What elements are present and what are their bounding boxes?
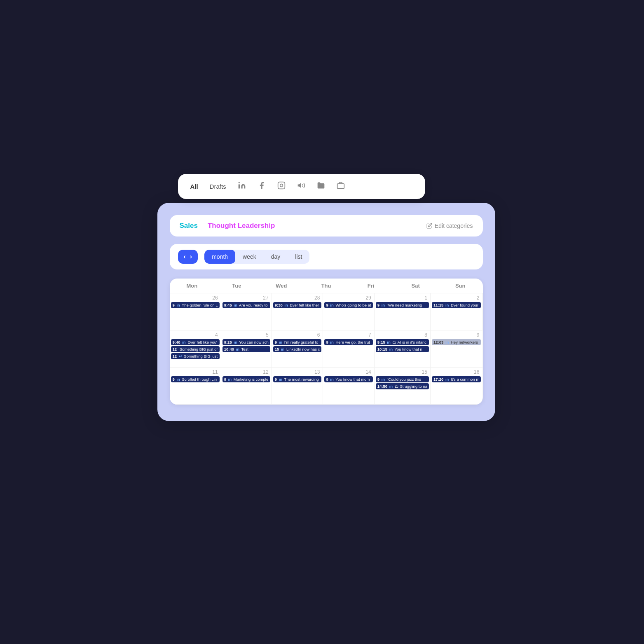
day-number: 26 (171, 295, 220, 301)
cal-day: 89:15 in 🗂 AI is in it's infanc10:15 in … (375, 330, 431, 368)
cal-day: 1617:20 in It's a common m (431, 368, 482, 405)
event-pill[interactable]: 9 in "Could you jazz this (376, 376, 429, 382)
day-number: 27 (222, 295, 270, 301)
filter-all[interactable]: All (190, 183, 198, 190)
view-toggle: month week day list (204, 250, 309, 264)
event-pill[interactable]: 9:30 in Ever felt like ther (273, 302, 322, 308)
event-pill[interactable]: 11:15 in Ever found your (432, 302, 481, 308)
nav-arrows: ‹ › (178, 250, 198, 264)
event-pill[interactable]: 10:40 in Test (222, 346, 270, 352)
category-thought[interactable]: Thought Leadership (208, 222, 275, 230)
day-number: 12 (222, 369, 270, 375)
cal-day: 149 in You know that mom (323, 368, 374, 405)
event-pill[interactable]: 9 in Here we go, the trut (324, 339, 372, 345)
cal-day: 49:40 in Ever felt like you'12 Something… (170, 330, 221, 368)
folder-icon[interactable] (317, 181, 325, 192)
calendar-card: MonTueWedThuFriSatSun 269 in The golden … (170, 279, 483, 405)
cal-day: 69 in I'm really grateful to15 in Linked… (272, 330, 323, 368)
cal-header-sun: Sun (438, 279, 483, 293)
cal-day: 211:15 in Ever found your (431, 293, 482, 330)
event-pill[interactable]: 9:40 in Ever felt like you' (171, 339, 220, 345)
calendar-grid: 269 in The golden rule on L279:45 in Are… (170, 293, 483, 405)
day-number: 2 (432, 295, 481, 301)
event-pill[interactable]: 9 in The golden rule on L (171, 302, 220, 308)
calendar-header: MonTueWedThuFriSatSun (170, 279, 483, 293)
event-pill[interactable]: 9:25 in You can now sch (222, 339, 270, 345)
cal-header-tue: Tue (214, 279, 259, 293)
cal-header-fri: Fri (349, 279, 393, 293)
categories-bar: Sales Thought Leadership Edit categories (170, 215, 483, 237)
day-number: 4 (171, 332, 220, 338)
filter-drafts[interactable]: Drafts (210, 183, 226, 190)
view-month[interactable]: month (204, 250, 235, 264)
edit-categories-label: Edit categories (435, 222, 473, 229)
event-pill[interactable]: 15 in LinkedIn now has c (273, 346, 322, 352)
event-pill[interactable]: 17:20 in It's a common m (432, 376, 481, 382)
day-number: 5 (222, 332, 270, 338)
day-number: 29 (324, 295, 372, 301)
category-sales[interactable]: Sales (180, 222, 198, 230)
cal-day: 79 in Here we go, the trut (323, 330, 374, 368)
day-number: 9 (432, 332, 481, 338)
event-pill[interactable]: 12 ↩ Something BIG just (171, 353, 220, 359)
event-pill[interactable]: 10:15 in You know that n (376, 346, 429, 352)
linkedin-icon[interactable] (238, 181, 246, 192)
next-arrow[interactable]: › (190, 253, 192, 260)
svg-rect-1 (278, 182, 285, 189)
day-number: 16 (432, 369, 481, 375)
cal-header-mon: Mon (170, 279, 215, 293)
event-pill[interactable]: 14:50 in 🗂 Struggling to na (376, 383, 429, 389)
day-number: 13 (273, 369, 322, 375)
day-number: 6 (273, 332, 322, 338)
cal-day: 912:03 in Hey networkers (431, 330, 482, 368)
day-number: 14 (324, 369, 372, 375)
prev-arrow[interactable]: ‹ (184, 253, 186, 260)
filter-bar: All Drafts (178, 174, 425, 199)
cal-day: 139 in The most rewarding (272, 368, 323, 405)
cal-header-sat: Sat (393, 279, 438, 293)
day-number: 1 (376, 295, 429, 301)
cal-day: 299 in Who's going to be at (323, 293, 374, 330)
instagram-icon[interactable] (277, 181, 286, 192)
event-pill[interactable]: 9:45 in Are you ready to (222, 302, 270, 308)
briefcase-icon[interactable] (337, 181, 345, 192)
event-pill[interactable]: 9 in I'm really grateful to (273, 339, 322, 345)
view-week[interactable]: week (235, 250, 264, 264)
view-list[interactable]: list (288, 250, 309, 264)
cal-day: 59:25 in You can now sch10:40 in Test (221, 330, 272, 368)
svg-point-0 (238, 182, 239, 183)
cal-day: 129 in Marketing is comple (221, 368, 272, 405)
view-controls-bar: ‹ › month week day list (170, 244, 483, 269)
cal-day: 279:45 in Are you ready to (221, 293, 272, 330)
day-number: 15 (376, 369, 429, 375)
event-pill[interactable]: 9 in The most rewarding (273, 376, 322, 382)
day-number: 28 (273, 295, 322, 301)
event-pill[interactable]: 9 in Scrolled through Lin (171, 376, 220, 382)
cal-day: 269 in The golden rule on L (170, 293, 221, 330)
cal-day: 19 in "We need marketing (375, 293, 431, 330)
day-number: 7 (324, 332, 372, 338)
megaphone-icon[interactable] (297, 181, 305, 192)
day-number: 8 (376, 332, 429, 338)
event-pill[interactable]: 9:15 in 🗂 AI is in it's infanc (376, 339, 429, 345)
main-card: Sales Thought Leadership Edit categories… (157, 203, 495, 421)
outer-container: All Drafts Sales Thought Leader (137, 137, 508, 508)
cal-header-wed: Wed (259, 279, 304, 293)
svg-rect-3 (337, 183, 344, 188)
event-pill[interactable]: 9 in "We need marketing (376, 302, 429, 308)
event-pill[interactable]: 9 in You know that mom (324, 376, 372, 382)
view-day[interactable]: day (264, 250, 288, 264)
cal-header-thu: Thu (304, 279, 349, 293)
event-pill[interactable]: 9 in Marketing is comple (222, 376, 270, 382)
event-pill[interactable]: 9 in Who's going to be at (324, 302, 372, 308)
event-pill[interactable]: 12:03 in Hey networkers (432, 339, 481, 345)
cal-day: 119 in Scrolled through Lin (170, 368, 221, 405)
edit-categories-button[interactable]: Edit categories (426, 222, 473, 229)
cal-day: 289:30 in Ever felt like ther (272, 293, 323, 330)
facebook-icon[interactable] (258, 181, 266, 192)
day-number: 11 (171, 369, 220, 375)
event-pill[interactable]: 12 Something BIG just dr (171, 346, 220, 352)
cal-day: 159 in "Could you jazz this14:50 in 🗂 St… (375, 368, 431, 405)
